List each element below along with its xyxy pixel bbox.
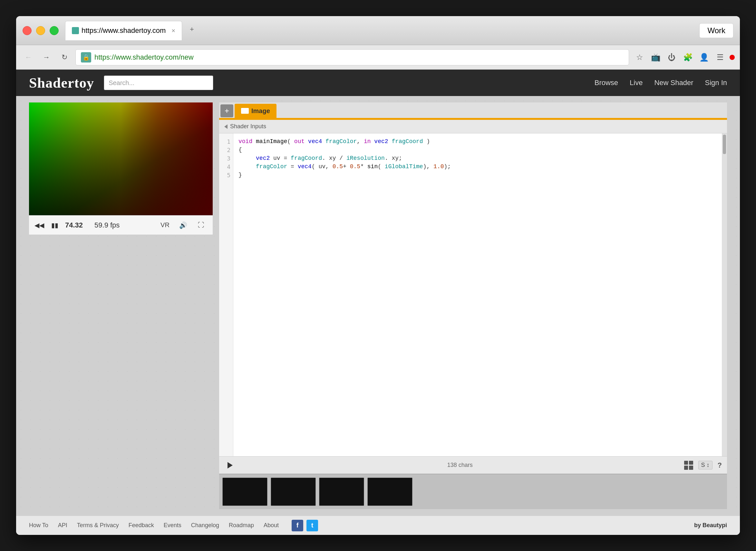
fullscreen-icon[interactable]: ⛶ (195, 220, 207, 230)
facebook-button[interactable]: f (292, 520, 303, 531)
url-bar[interactable]: 🔒 https://www.shadertoy.com/new (75, 49, 629, 65)
active-tab[interactable]: https://www.shadertoy.com × (65, 21, 182, 40)
site-logo[interactable]: Shadertoy (29, 75, 94, 91)
canvas-panel: ◀◀ ▮▮ 74.32 59.9 fps VR 🔊 ⛶ (29, 102, 213, 509)
back-button[interactable]: ← (21, 50, 35, 64)
help-button[interactable]: ? (718, 461, 722, 470)
page-content: Shadertoy Search... Browse Live New Shad… (16, 70, 740, 535)
tab-close-button[interactable]: × (171, 27, 175, 34)
shader-canvas (29, 102, 213, 215)
line-4: 4 (219, 162, 233, 171)
plus-icon: + (225, 106, 229, 115)
toggle-icon[interactable] (224, 124, 227, 129)
fps-display: 59.9 fps (94, 221, 120, 229)
canvas-controls: ◀◀ ▮▮ 74.32 59.9 fps VR 🔊 ⛶ (29, 215, 213, 234)
image-tab[interactable]: Image (234, 104, 276, 118)
main-content: ◀◀ ▮▮ 74.32 59.9 fps VR 🔊 ⛶ + (16, 96, 740, 516)
site-nav: Browse Live New Shader Sign In (595, 79, 727, 87)
nav-browse[interactable]: Browse (595, 79, 618, 87)
nav-bar: ← → ↻ 🔒 https://www.shadertoy.com/new ☆ … (16, 45, 740, 70)
pause-button[interactable]: ▮▮ (50, 220, 60, 230)
traffic-lights (23, 26, 59, 35)
code-editor[interactable]: 1 2 3 4 5 void mainImage( out vec4 fragC… (219, 133, 727, 456)
texture-thumb-1[interactable] (222, 478, 267, 506)
footer-attribution: by Beautypi (694, 522, 727, 529)
nav-icons: ☆ 📺 ⏻ 🧩 👤 ☰ (633, 51, 735, 64)
tab-bar: https://www.shadertoy.com × + Work (65, 21, 733, 40)
search-box[interactable]: Search... (104, 75, 213, 90)
run-icon (227, 462, 233, 469)
url-text: https://www.shadertoy.com/new (94, 53, 194, 62)
footer-social: f t (292, 520, 318, 531)
texture-bar (219, 474, 727, 509)
footer-changelog[interactable]: Changelog (191, 522, 219, 529)
line-3: 3 (219, 154, 233, 162)
footer-roadmap[interactable]: Roadmap (229, 522, 254, 529)
code-line-1: void mainImage( out vec4 fragColor, in v… (238, 137, 717, 146)
new-tab-button[interactable]: + (185, 23, 199, 39)
code-line-2: { (238, 146, 717, 154)
s-selector[interactable]: S ↕ (698, 461, 713, 470)
code-line-5: } (238, 171, 717, 179)
power-icon[interactable]: ⏻ (665, 51, 679, 64)
shader-inputs-label: Shader Inputs (230, 123, 266, 130)
line-5: 5 (219, 171, 233, 179)
editor-panel: + Image Shader Inputs 1 (219, 102, 727, 509)
texture-thumb-3[interactable] (319, 478, 364, 506)
site-header: Shadertoy Search... Browse Live New Shad… (16, 70, 740, 96)
image-tab-icon (241, 108, 249, 114)
code-content[interactable]: void mainImage( out vec4 fragColor, in v… (233, 133, 722, 456)
footer-terms[interactable]: Terms & Privacy (77, 522, 119, 529)
new-tab-icon: + (190, 25, 194, 33)
search-placeholder: Search... (109, 79, 134, 87)
restart-button[interactable]: ◀◀ (34, 220, 44, 230)
footer-events[interactable]: Events (164, 522, 181, 529)
texture-thumb-2[interactable] (271, 478, 316, 506)
volume-icon[interactable]: 🔊 (177, 220, 189, 230)
shader-gradient (29, 102, 213, 215)
nav-new-shader[interactable]: New Shader (654, 79, 693, 87)
time-display: 74.32 (65, 221, 83, 229)
line-numbers: 1 2 3 4 5 (219, 133, 233, 456)
close-button[interactable] (23, 26, 32, 35)
nav-live[interactable]: Live (630, 79, 643, 87)
code-line-4: fragColor = vec4( uv, 0.5+ 0.5* sin( iGl… (238, 162, 717, 171)
shader-inputs-bar[interactable]: Shader Inputs (219, 120, 727, 133)
bookmark-icon[interactable]: ☆ (633, 51, 646, 64)
profile-icon[interactable]: 👤 (697, 51, 711, 64)
editor-tabs: + Image (219, 102, 727, 118)
title-bar: https://www.shadertoy.com × + Work (16, 16, 740, 45)
editor-footer: 138 chars S ↕ ? (219, 456, 727, 474)
nav-sign-in[interactable]: Sign In (705, 79, 727, 87)
footer-howto[interactable]: How To (29, 522, 48, 529)
cast-icon[interactable]: 📺 (649, 51, 663, 64)
maximize-button[interactable] (50, 26, 59, 35)
editor-scrollbar[interactable] (722, 133, 727, 456)
scrollbar-thumb[interactable] (723, 135, 726, 154)
refresh-button[interactable]: ↻ (57, 50, 72, 64)
work-button[interactable]: Work (699, 23, 733, 38)
add-channel-button[interactable]: + (220, 104, 233, 117)
line-1: 1 (219, 137, 233, 146)
twitter-button[interactable]: t (306, 520, 318, 531)
vr-icon[interactable]: VR (158, 220, 171, 230)
line-2: 2 (219, 146, 233, 154)
footer-api[interactable]: API (58, 522, 67, 529)
by-label: by (694, 522, 701, 528)
security-icon: 🔒 (81, 52, 91, 62)
texture-thumb-4[interactable] (367, 478, 413, 506)
site-footer: How To API Terms & Privacy Feedback Even… (16, 516, 740, 535)
notification-dot (730, 55, 735, 60)
run-button[interactable] (224, 460, 236, 471)
forward-button[interactable]: → (39, 50, 53, 64)
menu-icon[interactable]: ☰ (713, 51, 727, 64)
expand-button[interactable] (684, 461, 693, 470)
footer-feedback[interactable]: Feedback (129, 522, 154, 529)
code-line-3: vec2 uv = fragCoord. xy / iResolution. x… (238, 154, 717, 162)
minimize-button[interactable] (36, 26, 45, 35)
footer-about[interactable]: About (263, 522, 279, 529)
tab-favicon (72, 27, 79, 34)
extensions-icon[interactable]: 🧩 (681, 51, 695, 64)
tab-label: https://www.shadertoy.com (81, 26, 166, 35)
os-window: https://www.shadertoy.com × + Work ← → ↻… (16, 16, 740, 535)
